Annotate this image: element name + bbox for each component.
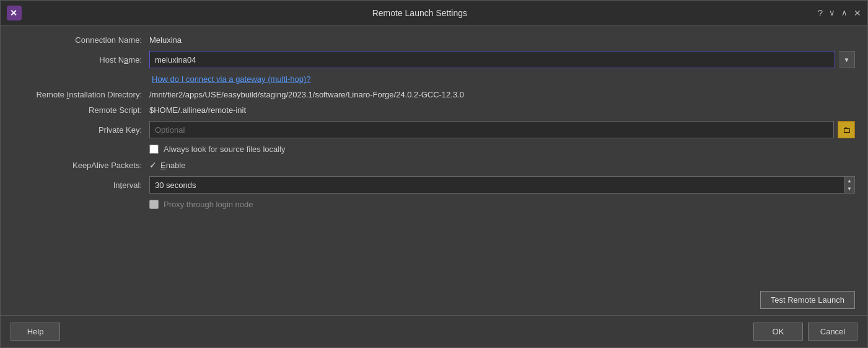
folder-icon: 🗀 [843, 125, 851, 135]
remote-launch-settings-dialog: ✕ Remote Launch Settings ? ∨ ∧ ✕ Connect… [0, 0, 868, 348]
svg-text:✕: ✕ [10, 8, 17, 18]
remote-script-control: $HOME/.allinea/remote-init [149, 105, 855, 115]
connection-name-label: Connection Name: [13, 35, 149, 45]
private-key-input[interactable] [149, 121, 834, 138]
keepalive-enable-wrapper: ✓ Enable [149, 160, 185, 170]
enable-underline: Enable [160, 161, 185, 170]
dialog-title: Remote Launch Settings [22, 8, 818, 18]
host-name-label: Host Name: [13, 55, 149, 65]
help-button[interactable]: Help [11, 323, 60, 341]
window-min-icon[interactable]: ∨ [829, 8, 835, 17]
remote-install-dir-control: /mnt/tier2/apps/USE/easybuild/staging/20… [149, 90, 855, 99]
window-max-icon[interactable]: ∧ [841, 8, 848, 17]
remote-install-dir-value: /mnt/tier2/apps/USE/easybuild/staging/20… [149, 90, 464, 99]
interval-spinner: ▲ ▼ [844, 176, 855, 194]
window-close-icon[interactable]: ✕ [854, 8, 861, 18]
source-files-row: Always look for source files locally [1, 145, 867, 154]
private-key-browse-btn[interactable]: 🗀 [838, 121, 855, 138]
connection-name-row: Connection Name: Meluxina [1, 35, 867, 45]
window-controls: ? ∨ ∧ ✕ [818, 7, 861, 18]
test-remote-launch-btn[interactable]: Test Remote Launch [760, 291, 855, 309]
footer-right-btns: OK Cancel [753, 323, 857, 341]
private-key-row: Private Key: 🗀 [1, 121, 867, 138]
proxy-row: Proxy through login node [1, 200, 867, 209]
app-logo: ✕ [7, 6, 22, 20]
keepalive-enable-text: Enable [160, 161, 185, 170]
proxy-checkbox [149, 200, 159, 209]
help-icon[interactable]: ? [818, 7, 823, 18]
proxy-checkbox-label: Proxy through login node [149, 200, 253, 209]
interval-label: Interval: [13, 181, 149, 190]
connection-name-value: Meluxina [149, 35, 182, 45]
host-name-row: Host Name: meluxina04 ▼ [1, 51, 867, 68]
interval-input[interactable]: 30 seconds [149, 176, 844, 194]
private-key-label: Private Key: [13, 125, 149, 135]
keepalive-label: KeepAlive Packets: [13, 161, 149, 170]
remote-script-row: Remote Script: $HOME/.allinea/remote-ini… [1, 105, 867, 115]
gateway-link-wrapper: How do I connect via a gateway (multi-ho… [149, 74, 855, 84]
keepalive-checkmark: ✓ [149, 160, 157, 170]
connection-name-value-wrapper: Meluxina [149, 35, 855, 45]
remote-script-label: Remote Script: [13, 105, 149, 115]
source-files-text: Always look for source files locally [164, 145, 286, 154]
source-files-checkbox[interactable] [149, 145, 159, 154]
gateway-link[interactable]: How do I connect via a gateway (multi-ho… [149, 74, 311, 84]
host-name-input[interactable]: meluxina04 [149, 51, 835, 68]
interval-decrement-btn[interactable]: ▼ [844, 185, 854, 193]
proxy-label-text: Proxy through login node [164, 200, 253, 209]
interval-increment-btn[interactable]: ▲ [844, 177, 854, 185]
interval-control: 30 seconds ▲ ▼ [149, 176, 855, 194]
chevron-down-icon: ▼ [844, 56, 850, 63]
interval-row: Interval: 30 seconds ▲ ▼ [1, 176, 867, 194]
footer: Help OK Cancel [1, 315, 867, 347]
private-key-control: 🗀 [149, 121, 855, 138]
gateway-link-row: How do I connect via a gateway (multi-ho… [1, 74, 867, 84]
ok-button[interactable]: OK [753, 323, 803, 341]
title-bar: ✕ Remote Launch Settings ? ∨ ∧ ✕ [1, 1, 867, 25]
remote-install-dir-label: Remote Installation Directory: [13, 90, 149, 99]
cancel-button[interactable]: Cancel [808, 323, 857, 341]
form-content: Connection Name: Meluxina Host Name: mel… [1, 25, 867, 315]
remote-script-value: $HOME/.allinea/remote-init [149, 105, 246, 115]
host-name-control: meluxina04 ▼ [149, 51, 855, 68]
host-name-dropdown-btn[interactable]: ▼ [839, 51, 855, 68]
keepalive-enable-label[interactable]: Enable [160, 161, 185, 170]
keepalive-row: KeepAlive Packets: ✓ Enable [1, 160, 867, 170]
test-remote-section: Test Remote Launch [1, 291, 867, 315]
source-files-label[interactable]: Always look for source files locally [149, 145, 286, 154]
remote-install-dir-row: Remote Installation Directory: /mnt/tier… [1, 90, 867, 99]
